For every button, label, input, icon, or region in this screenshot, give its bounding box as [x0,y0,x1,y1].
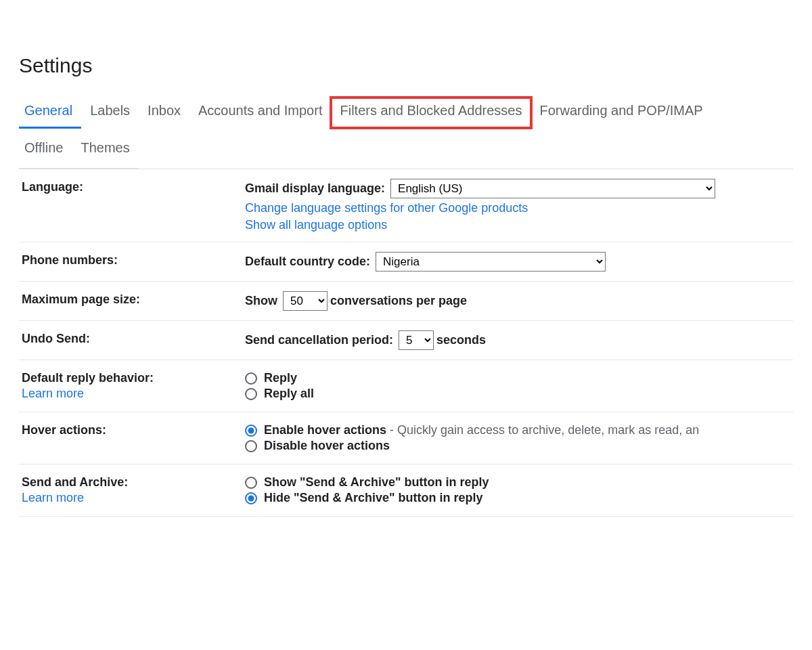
tab-forwarding[interactable]: Forwarding and POP/IMAP [531,98,712,128]
row-phone: Phone numbers: Default country code: Nig… [19,242,793,282]
sendarchive-option-hide[interactable]: Hide "Send & Archive" button in reply [245,491,790,505]
reply-option-replyall[interactable]: Reply all [245,387,790,401]
language-select[interactable]: English (US) [390,179,715,198]
content-language: Gmail display language: English (US) Cha… [245,179,790,232]
label-sendarchive: Send and Archive: Learn more [22,474,245,505]
sendarchive-radio-1[interactable] [245,477,257,489]
reply-label-text: Default reply behavior: [22,371,154,385]
tab-labels[interactable]: Labels [81,98,139,128]
country-code-label: Default country code: [245,255,370,269]
sendarchive-opt1-text: Show "Send & Archive" button in reply [264,475,489,490]
sendarchive-label-text: Send and Archive: [22,475,128,489]
label-phone: Phone numbers: [22,252,245,267]
row-undo: Undo Send: Send cancellation period: 5 s… [19,321,793,360]
tab-offline[interactable]: Offline [19,140,72,168]
label-language: Language: [22,179,245,194]
hover-opt1-text: Enable hover actions [264,423,386,437]
page-title: Settings [19,54,793,77]
hover-option-disable[interactable]: Disable hover actions [245,439,790,453]
reply-radio-2[interactable] [245,388,257,400]
settings-tabs: GeneralLabelsInboxAccounts and ImportFil… [19,98,793,169]
tab-filters[interactable]: Filters and Blocked Addresses [331,98,531,128]
tabs-row-2: OfflineThemes [19,128,139,169]
country-code-select[interactable]: Nigeria [376,252,606,272]
tab-accounts[interactable]: Accounts and Import [189,98,331,128]
hover-radio-1[interactable] [245,425,257,437]
tab-inbox[interactable]: Inbox [139,98,189,128]
undo-suffix: seconds [436,333,486,347]
content-sendarchive: Show "Send & Archive" button in reply Hi… [245,474,790,506]
content-reply: Reply Reply all [245,370,790,402]
undo-select[interactable]: 5 [399,330,434,350]
reply-option-reply[interactable]: Reply [245,371,790,385]
settings-page: Settings GeneralLabelsInboxAccounts and … [0,34,812,517]
reply-learn-more-link[interactable]: Learn more [22,387,245,401]
row-hover: Hover actions: Enable hover actions - Qu… [19,412,793,464]
row-pagesize: Maximum page size: Show 50 conversations… [19,282,793,321]
show-all-languages-link[interactable]: Show all language options [245,218,790,232]
hover-option-enable[interactable]: Enable hover actions - Quickly gain acce… [245,423,790,437]
reply-opt1-text: Reply [264,371,297,385]
tab-themes[interactable]: Themes [72,140,138,168]
row-language: Language: Gmail display language: Englis… [19,169,793,242]
reply-radio-1[interactable] [245,372,257,385]
pagesize-prefix: Show [245,294,277,308]
label-reply: Default reply behavior: Learn more [22,370,245,401]
tabs-row-1: GeneralLabelsInboxAccounts and ImportFil… [19,98,712,128]
hover-radio-2[interactable] [245,440,257,452]
change-language-link[interactable]: Change language settings for other Googl… [245,201,790,215]
reply-opt2-text: Reply all [264,387,314,401]
sendarchive-learn-more-link[interactable]: Learn more [22,491,245,505]
settings-body: Language: Gmail display language: Englis… [19,169,793,517]
pagesize-suffix: conversations per page [330,294,467,308]
sendarchive-option-show[interactable]: Show "Send & Archive" button in reply [245,475,790,490]
sendarchive-radio-2[interactable] [245,492,257,504]
content-undo: Send cancellation period: 5 seconds [245,330,790,350]
row-reply: Default reply behavior: Learn more Reply… [19,360,793,412]
label-pagesize: Maximum page size: [22,291,245,307]
row-sendarchive: Send and Archive: Learn more Show "Send … [19,464,793,517]
content-pagesize: Show 50 conversations per page [245,291,790,311]
hover-opt1-desc: - Quickly gain access to archive, delete… [386,423,699,437]
hover-opt2-text: Disable hover actions [264,439,390,453]
content-hover: Enable hover actions - Quickly gain acce… [245,422,790,454]
pagesize-select[interactable]: 50 [283,291,328,311]
label-undo: Undo Send: [22,330,245,346]
display-language-label: Gmail display language: [245,181,385,196]
sendarchive-opt2-text: Hide "Send & Archive" button in reply [264,491,482,505]
content-phone: Default country code: Nigeria [245,252,790,272]
label-hover: Hover actions: [22,422,245,437]
undo-prefix: Send cancellation period: [245,333,393,347]
tab-general[interactable]: General [19,98,81,128]
